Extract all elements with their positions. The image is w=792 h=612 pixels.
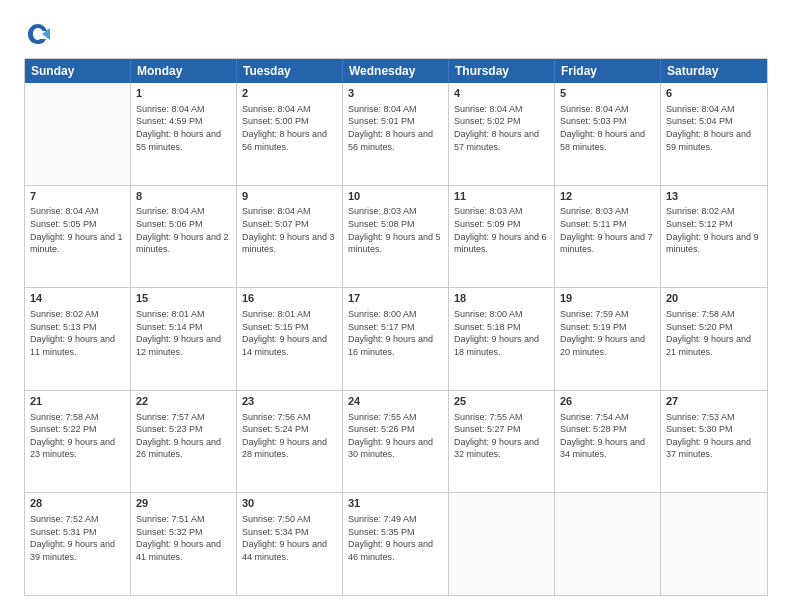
calendar-cell-day-15: 15Sunrise: 8:01 AMSunset: 5:14 PMDayligh…: [131, 288, 237, 390]
calendar-cell-day-9: 9Sunrise: 8:04 AMSunset: 5:07 PMDaylight…: [237, 186, 343, 288]
calendar: SundayMondayTuesdayWednesdayThursdayFrid…: [24, 58, 768, 596]
calendar-row-1: 7Sunrise: 8:04 AMSunset: 5:05 PMDaylight…: [25, 186, 767, 289]
cell-content: Sunrise: 7:49 AMSunset: 5:35 PMDaylight:…: [348, 513, 443, 563]
day-number: 30: [242, 496, 337, 511]
cell-content: Sunrise: 7:55 AMSunset: 5:26 PMDaylight:…: [348, 411, 443, 461]
header-day-tuesday: Tuesday: [237, 59, 343, 83]
calendar-cell-day-16: 16Sunrise: 8:01 AMSunset: 5:15 PMDayligh…: [237, 288, 343, 390]
day-number: 18: [454, 291, 549, 306]
day-number: 24: [348, 394, 443, 409]
cell-content: Sunrise: 8:04 AMSunset: 5:00 PMDaylight:…: [242, 103, 337, 153]
day-number: 8: [136, 189, 231, 204]
calendar-cell-empty: [25, 83, 131, 185]
calendar-cell-empty: [449, 493, 555, 595]
cell-content: Sunrise: 7:58 AMSunset: 5:20 PMDaylight:…: [666, 308, 762, 358]
cell-content: Sunrise: 8:04 AMSunset: 5:06 PMDaylight:…: [136, 205, 231, 255]
cell-content: Sunrise: 7:56 AMSunset: 5:24 PMDaylight:…: [242, 411, 337, 461]
cell-content: Sunrise: 8:04 AMSunset: 5:07 PMDaylight:…: [242, 205, 337, 255]
cell-content: Sunrise: 7:52 AMSunset: 5:31 PMDaylight:…: [30, 513, 125, 563]
header-day-saturday: Saturday: [661, 59, 767, 83]
calendar-row-3: 21Sunrise: 7:58 AMSunset: 5:22 PMDayligh…: [25, 391, 767, 494]
cell-content: Sunrise: 8:01 AMSunset: 5:15 PMDaylight:…: [242, 308, 337, 358]
day-number: 25: [454, 394, 549, 409]
calendar-row-0: 1Sunrise: 8:04 AMSunset: 4:59 PMDaylight…: [25, 83, 767, 186]
calendar-row-4: 28Sunrise: 7:52 AMSunset: 5:31 PMDayligh…: [25, 493, 767, 595]
calendar-cell-day-22: 22Sunrise: 7:57 AMSunset: 5:23 PMDayligh…: [131, 391, 237, 493]
day-number: 20: [666, 291, 762, 306]
calendar-cell-empty: [661, 493, 767, 595]
header-day-monday: Monday: [131, 59, 237, 83]
day-number: 11: [454, 189, 549, 204]
day-number: 28: [30, 496, 125, 511]
calendar-cell-day-18: 18Sunrise: 8:00 AMSunset: 5:18 PMDayligh…: [449, 288, 555, 390]
cell-content: Sunrise: 8:04 AMSunset: 5:01 PMDaylight:…: [348, 103, 443, 153]
day-number: 31: [348, 496, 443, 511]
day-number: 19: [560, 291, 655, 306]
day-number: 29: [136, 496, 231, 511]
calendar-cell-day-5: 5Sunrise: 8:04 AMSunset: 5:03 PMDaylight…: [555, 83, 661, 185]
cell-content: Sunrise: 7:57 AMSunset: 5:23 PMDaylight:…: [136, 411, 231, 461]
day-number: 9: [242, 189, 337, 204]
calendar-cell-day-26: 26Sunrise: 7:54 AMSunset: 5:28 PMDayligh…: [555, 391, 661, 493]
cell-content: Sunrise: 8:04 AMSunset: 5:02 PMDaylight:…: [454, 103, 549, 153]
cell-content: Sunrise: 7:50 AMSunset: 5:34 PMDaylight:…: [242, 513, 337, 563]
cell-content: Sunrise: 8:00 AMSunset: 5:17 PMDaylight:…: [348, 308, 443, 358]
calendar-cell-day-19: 19Sunrise: 7:59 AMSunset: 5:19 PMDayligh…: [555, 288, 661, 390]
day-number: 26: [560, 394, 655, 409]
header: [24, 20, 768, 48]
calendar-cell-day-17: 17Sunrise: 8:00 AMSunset: 5:17 PMDayligh…: [343, 288, 449, 390]
day-number: 6: [666, 86, 762, 101]
cell-content: Sunrise: 8:02 AMSunset: 5:13 PMDaylight:…: [30, 308, 125, 358]
cell-content: Sunrise: 8:03 AMSunset: 5:09 PMDaylight:…: [454, 205, 549, 255]
logo: [24, 20, 56, 48]
cell-content: Sunrise: 8:03 AMSunset: 5:08 PMDaylight:…: [348, 205, 443, 255]
header-day-friday: Friday: [555, 59, 661, 83]
calendar-cell-day-7: 7Sunrise: 8:04 AMSunset: 5:05 PMDaylight…: [25, 186, 131, 288]
cell-content: Sunrise: 7:58 AMSunset: 5:22 PMDaylight:…: [30, 411, 125, 461]
calendar-cell-day-3: 3Sunrise: 8:04 AMSunset: 5:01 PMDaylight…: [343, 83, 449, 185]
header-day-sunday: Sunday: [25, 59, 131, 83]
calendar-cell-day-30: 30Sunrise: 7:50 AMSunset: 5:34 PMDayligh…: [237, 493, 343, 595]
day-number: 17: [348, 291, 443, 306]
cell-content: Sunrise: 7:54 AMSunset: 5:28 PMDaylight:…: [560, 411, 655, 461]
calendar-cell-day-1: 1Sunrise: 8:04 AMSunset: 4:59 PMDaylight…: [131, 83, 237, 185]
calendar-cell-day-21: 21Sunrise: 7:58 AMSunset: 5:22 PMDayligh…: [25, 391, 131, 493]
header-day-thursday: Thursday: [449, 59, 555, 83]
calendar-cell-day-29: 29Sunrise: 7:51 AMSunset: 5:32 PMDayligh…: [131, 493, 237, 595]
cell-content: Sunrise: 8:03 AMSunset: 5:11 PMDaylight:…: [560, 205, 655, 255]
calendar-cell-day-10: 10Sunrise: 8:03 AMSunset: 5:08 PMDayligh…: [343, 186, 449, 288]
day-number: 14: [30, 291, 125, 306]
day-number: 5: [560, 86, 655, 101]
header-day-wednesday: Wednesday: [343, 59, 449, 83]
day-number: 16: [242, 291, 337, 306]
logo-icon: [24, 20, 52, 48]
day-number: 10: [348, 189, 443, 204]
day-number: 2: [242, 86, 337, 101]
cell-content: Sunrise: 8:01 AMSunset: 5:14 PMDaylight:…: [136, 308, 231, 358]
day-number: 13: [666, 189, 762, 204]
calendar-cell-day-11: 11Sunrise: 8:03 AMSunset: 5:09 PMDayligh…: [449, 186, 555, 288]
day-number: 1: [136, 86, 231, 101]
calendar-body: 1Sunrise: 8:04 AMSunset: 4:59 PMDaylight…: [25, 83, 767, 595]
calendar-cell-day-6: 6Sunrise: 8:04 AMSunset: 5:04 PMDaylight…: [661, 83, 767, 185]
day-number: 4: [454, 86, 549, 101]
cell-content: Sunrise: 7:59 AMSunset: 5:19 PMDaylight:…: [560, 308, 655, 358]
cell-content: Sunrise: 8:04 AMSunset: 4:59 PMDaylight:…: [136, 103, 231, 153]
calendar-row-2: 14Sunrise: 8:02 AMSunset: 5:13 PMDayligh…: [25, 288, 767, 391]
calendar-cell-day-4: 4Sunrise: 8:04 AMSunset: 5:02 PMDaylight…: [449, 83, 555, 185]
calendar-cell-day-24: 24Sunrise: 7:55 AMSunset: 5:26 PMDayligh…: [343, 391, 449, 493]
day-number: 22: [136, 394, 231, 409]
cell-content: Sunrise: 8:04 AMSunset: 5:05 PMDaylight:…: [30, 205, 125, 255]
calendar-cell-day-23: 23Sunrise: 7:56 AMSunset: 5:24 PMDayligh…: [237, 391, 343, 493]
calendar-cell-day-25: 25Sunrise: 7:55 AMSunset: 5:27 PMDayligh…: [449, 391, 555, 493]
page: SundayMondayTuesdayWednesdayThursdayFrid…: [0, 0, 792, 612]
calendar-cell-day-27: 27Sunrise: 7:53 AMSunset: 5:30 PMDayligh…: [661, 391, 767, 493]
cell-content: Sunrise: 8:04 AMSunset: 5:03 PMDaylight:…: [560, 103, 655, 153]
calendar-cell-day-12: 12Sunrise: 8:03 AMSunset: 5:11 PMDayligh…: [555, 186, 661, 288]
calendar-cell-day-20: 20Sunrise: 7:58 AMSunset: 5:20 PMDayligh…: [661, 288, 767, 390]
day-number: 23: [242, 394, 337, 409]
cell-content: Sunrise: 7:53 AMSunset: 5:30 PMDaylight:…: [666, 411, 762, 461]
calendar-cell-day-13: 13Sunrise: 8:02 AMSunset: 5:12 PMDayligh…: [661, 186, 767, 288]
day-number: 27: [666, 394, 762, 409]
calendar-cell-day-14: 14Sunrise: 8:02 AMSunset: 5:13 PMDayligh…: [25, 288, 131, 390]
